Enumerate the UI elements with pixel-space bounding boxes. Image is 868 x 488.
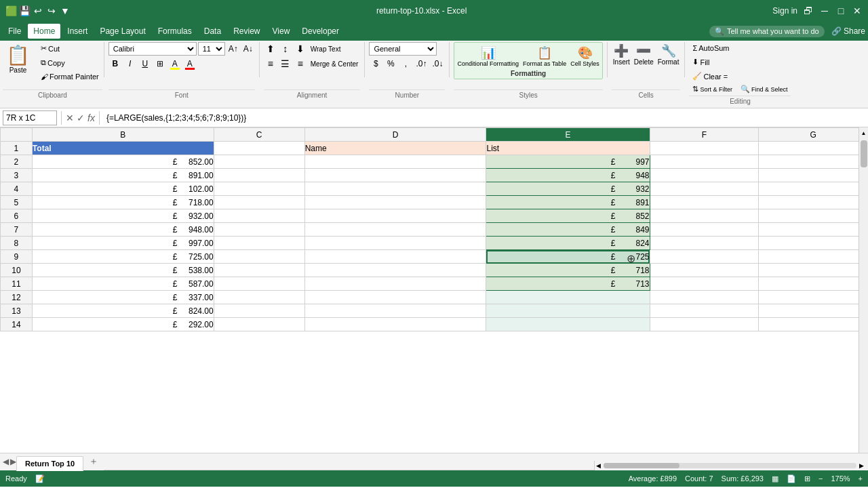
cell-f1[interactable] xyxy=(650,142,759,155)
cell-c4[interactable] xyxy=(214,182,304,196)
align-center-button[interactable]: ☰ xyxy=(279,57,292,70)
cut-button[interactable]: ✂ Cut xyxy=(37,42,102,55)
row-header-5[interactable]: 5 xyxy=(1,196,33,209)
underline-button[interactable]: U xyxy=(138,57,152,70)
cell-g10[interactable] xyxy=(759,264,868,277)
scroll-thumb[interactable] xyxy=(861,140,867,167)
menu-file[interactable]: File xyxy=(3,24,26,39)
cell-f3[interactable] xyxy=(650,169,759,182)
cell-d5[interactable] xyxy=(304,196,486,209)
hscroll-right-arrow[interactable]: ▶ xyxy=(858,461,865,470)
menu-page-layout[interactable]: Page Layout xyxy=(94,24,151,39)
cell-f2[interactable] xyxy=(650,155,759,169)
cell-g8[interactable] xyxy=(759,237,868,250)
menu-developer[interactable]: Developer xyxy=(296,24,344,39)
status-layout-page[interactable]: 📄 xyxy=(787,474,796,483)
function-icon[interactable]: fx xyxy=(87,113,95,123)
autosum-button[interactable]: Σ AutoSum xyxy=(689,42,732,54)
decrease-decimal-button[interactable]: .0↓ xyxy=(430,57,445,70)
row-header-9[interactable]: 9 xyxy=(1,250,33,264)
font-size-select[interactable]: 11 xyxy=(198,42,225,56)
cell-b3[interactable]: £ 891.00 xyxy=(32,169,214,182)
cell-g11[interactable] xyxy=(759,277,868,291)
menu-data[interactable]: Data xyxy=(199,24,226,39)
border-button[interactable]: ⊞ xyxy=(153,57,167,70)
cell-f10[interactable] xyxy=(650,264,759,277)
cell-c2[interactable] xyxy=(214,155,304,169)
increase-decimal-button[interactable]: .0↑ xyxy=(414,57,429,70)
cell-d2[interactable] xyxy=(304,155,486,169)
cell-b8[interactable]: £ 997.00 xyxy=(32,237,214,250)
decrease-font-button[interactable]: A↓ xyxy=(241,42,255,56)
cell-e11[interactable]: £ 713 xyxy=(486,277,650,291)
scroll-right-tab-icon[interactable]: ▶ xyxy=(10,457,16,466)
row-header-14[interactable]: 14 xyxy=(1,318,33,331)
cell-b9[interactable]: £ 725.00 xyxy=(32,250,214,264)
cell-f12[interactable] xyxy=(650,291,759,304)
currency-button[interactable]: $ xyxy=(369,57,382,70)
font-face-select[interactable]: Calibri xyxy=(108,42,197,56)
restore-icon[interactable]: 🗗 xyxy=(803,5,814,16)
cell-g12[interactable] xyxy=(759,291,868,304)
wrap-text-button[interactable]: Wrap Text xyxy=(309,42,343,56)
format-painter-button[interactable]: 🖌 Format Painter xyxy=(37,70,102,83)
menu-review[interactable]: Review xyxy=(228,24,265,39)
italic-button[interactable]: I xyxy=(123,57,137,70)
cell-d12[interactable] xyxy=(304,291,486,304)
cell-c7[interactable] xyxy=(214,223,304,237)
cell-f14[interactable] xyxy=(650,318,759,331)
search-bar[interactable]: 🔍 Tell me what you want to do xyxy=(709,26,825,37)
cell-e2[interactable]: £ 997 xyxy=(486,155,650,169)
add-sheet-button[interactable]: ＋ xyxy=(83,453,104,470)
cell-d3[interactable] xyxy=(304,169,486,182)
cell-g6[interactable] xyxy=(759,209,868,223)
row-header-10[interactable]: 10 xyxy=(1,264,33,277)
number-format-select[interactable]: General xyxy=(369,42,437,56)
cell-e14[interactable] xyxy=(486,318,650,331)
cell-styles-button[interactable]: 🎨 Cell Styles xyxy=(569,44,601,68)
status-zoom-out[interactable]: − xyxy=(818,474,823,483)
cell-g2[interactable] xyxy=(759,155,868,169)
cell-c11[interactable] xyxy=(214,277,304,291)
align-bottom-button[interactable]: ⬇ xyxy=(294,42,307,56)
row-header-8[interactable]: 8 xyxy=(1,237,33,250)
row-header-7[interactable]: 7 xyxy=(1,223,33,237)
font-color-button[interactable]: A xyxy=(183,57,197,70)
cell-f11[interactable] xyxy=(650,277,759,291)
vertical-scrollbar[interactable]: ▲ xyxy=(859,127,868,453)
row-header-1[interactable]: 1 xyxy=(1,142,33,155)
fill-button[interactable]: ⬇ Fill xyxy=(689,56,713,68)
signin-label[interactable]: Sign in xyxy=(772,6,797,16)
cell-e8[interactable]: £ 824 xyxy=(486,237,650,250)
cell-b14[interactable]: £ 292.00 xyxy=(32,318,214,331)
share-button[interactable]: 🔗 Share xyxy=(831,26,865,36)
insert-cell-button[interactable]: ➕ Insert xyxy=(612,42,631,67)
menu-home[interactable]: Home xyxy=(28,24,60,39)
scroll-up-arrow[interactable]: ▲ xyxy=(860,129,868,138)
cell-b2[interactable]: £ 852.00 xyxy=(32,155,214,169)
col-header-e[interactable]: E xyxy=(486,128,650,142)
cell-d4[interactable] xyxy=(304,182,486,196)
cell-g9[interactable] xyxy=(759,250,868,264)
status-layout-normal[interactable]: ▦ xyxy=(772,474,778,483)
comma-button[interactable]: , xyxy=(399,57,412,70)
conditional-formatting-button[interactable]: 📊 Conditional Formatting xyxy=(456,44,520,68)
status-layout-page-break[interactable]: ⊞ xyxy=(804,474,810,483)
copy-button[interactable]: ⧉ Copy xyxy=(37,56,102,69)
cell-b11[interactable]: £ 587.00 xyxy=(32,277,214,291)
delete-cell-button[interactable]: ➖ Delete xyxy=(633,42,655,67)
menu-view[interactable]: View xyxy=(267,24,296,39)
hscroll-left-arrow[interactable]: ◀ xyxy=(595,461,602,470)
cell-e5[interactable]: £ 891 xyxy=(486,196,650,209)
cell-f9[interactable] xyxy=(650,250,759,264)
cell-b10[interactable]: £ 538.00 xyxy=(32,264,214,277)
row-header-11[interactable]: 11 xyxy=(1,277,33,291)
merge-center-button[interactable]: Merge & Center xyxy=(309,57,361,70)
cell-b5[interactable]: £ 718.00 xyxy=(32,196,214,209)
cell-d14[interactable] xyxy=(304,318,486,331)
redo-icon[interactable]: ↪ xyxy=(46,5,57,16)
cell-f4[interactable] xyxy=(650,182,759,196)
cell-c8[interactable] xyxy=(214,237,304,250)
cell-c5[interactable] xyxy=(214,196,304,209)
row-header-2[interactable]: 2 xyxy=(1,155,33,169)
